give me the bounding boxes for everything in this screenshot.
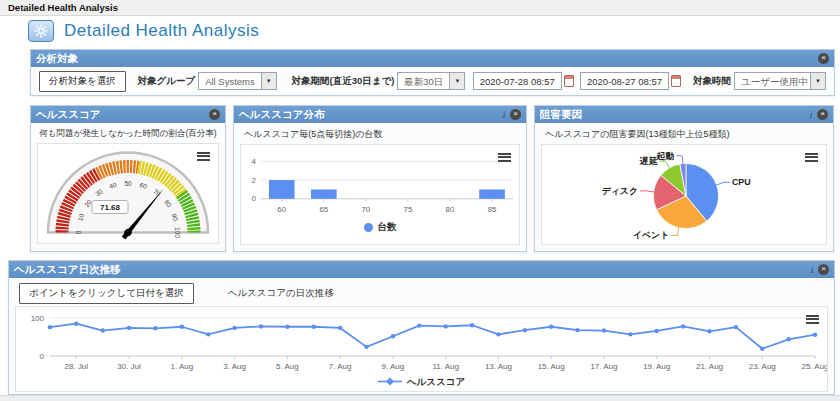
- daily-trend-line-chart[interactable]: 010028. Jul30. Jul1. Aug3. Aug5. Aug7. A…: [15, 306, 828, 392]
- svg-text:0: 0: [75, 230, 82, 234]
- legend-marker: [378, 377, 402, 388]
- svg-text:100: 100: [174, 227, 181, 238]
- close-icon[interactable]: ×: [510, 109, 521, 120]
- page-footer-strip: [0, 395, 840, 401]
- panel-title: ヘルススコア日次推移: [14, 263, 120, 277]
- date-from-input[interactable]: 2020-07-28 08:57: [473, 72, 562, 90]
- chevron-down-icon: ▼: [261, 73, 276, 89]
- charts-row: ヘルススコア × 何も問題が発生しなかった時間の割合(百分率) 01020304…: [30, 105, 835, 252]
- page-header: Detailed Health Analysis: [0, 16, 840, 45]
- select-date-point-button[interactable]: ポイントをクリックして日付を選択: [19, 283, 194, 304]
- chevron-down-icon: ▼: [810, 73, 825, 89]
- health-score-panel: ヘルススコア × 何も問題が発生しなかった時間の割合(百分率) 01020304…: [30, 105, 226, 252]
- health-score-panel-header: ヘルススコア ×: [31, 106, 225, 123]
- group-select[interactable]: All Systems ▼: [198, 72, 277, 90]
- close-icon[interactable]: ×: [209, 109, 220, 120]
- context-menu-icon[interactable]: [498, 151, 511, 163]
- panel-title: ヘルススコア分布: [239, 108, 324, 122]
- svg-text:起動: 起動: [656, 151, 675, 161]
- close-icon[interactable]: ×: [818, 264, 829, 275]
- svg-text:0: 0: [251, 194, 256, 203]
- svg-text:1. Aug: 1. Aug: [171, 362, 194, 371]
- select-target-button[interactable]: 分析対象を選択: [39, 71, 126, 92]
- time-select[interactable]: ユーザー使用中 ▼: [734, 72, 826, 90]
- svg-text:17. Aug: 17. Aug: [590, 362, 617, 371]
- svg-text:9. Aug: 9. Aug: [382, 362, 405, 371]
- svg-text:2: 2: [251, 176, 255, 185]
- svg-text:19. Aug: 19. Aug: [643, 362, 670, 371]
- legend-marker: [364, 223, 373, 232]
- svg-text:100: 100: [31, 314, 45, 323]
- calendar-icon[interactable]: [671, 75, 681, 87]
- svg-text:50: 50: [124, 180, 132, 187]
- svg-text:15. Aug: 15. Aug: [538, 362, 565, 371]
- bar-chart: 024606570758085: [241, 153, 519, 219]
- page-title: Detailed Health Analysis: [64, 21, 259, 41]
- calendar-icon[interactable]: [564, 75, 574, 87]
- pie-chart: CPUイベントディスク遅延起動: [542, 145, 826, 244]
- score-distribution-panel: ヘルススコア分布 i × ヘルススコア毎(5点毎切捨)の台数 024606570…: [233, 105, 527, 252]
- breadcrumb-bar: Detailed Health Analysis: [0, 0, 840, 16]
- health-score-gauge[interactable]: 010203040506070809010071.68: [37, 143, 219, 244]
- group-label: 対象グループ: [138, 75, 196, 88]
- svg-text:28. Jul: 28. Jul: [65, 362, 89, 371]
- impediment-factors-panel-header: 阻害要因 i ×: [535, 106, 833, 123]
- period-label: 対象期間(直近30日まで): [292, 75, 395, 88]
- info-icon[interactable]: i: [502, 110, 505, 120]
- context-menu-icon[interactable]: [806, 313, 819, 325]
- time-label: 対象時間: [693, 75, 731, 88]
- gauge-chart: 010203040506070809010071.68: [38, 144, 218, 241]
- svg-text:23. Aug: 23. Aug: [749, 362, 776, 371]
- close-icon[interactable]: ×: [817, 109, 828, 120]
- filter-controls: 分析対象を選択 対象グループ All Systems ▼ 対象期間(直近30日ま…: [31, 67, 834, 95]
- svg-text:イベント: イベント: [633, 230, 669, 240]
- factors-pie-chart[interactable]: CPUイベントディスク遅延起動: [541, 144, 827, 245]
- line-chart: 010028. Jul30. Jul1. Aug3. Aug5. Aug7. A…: [16, 309, 827, 375]
- pie-chart-subtitle: ヘルススコアの阻害要因(13種類中上位5種類): [535, 123, 833, 141]
- bar-chart-subtitle: ヘルススコア毎(5点毎切捨)の台数: [234, 123, 526, 141]
- context-menu-icon[interactable]: [805, 151, 818, 163]
- chevron-down-icon: ▼: [449, 73, 464, 89]
- panel-title: 阻害要因: [540, 108, 582, 122]
- distribution-bar-chart[interactable]: 024606570758085 台数: [240, 144, 520, 245]
- svg-text:65: 65: [319, 205, 328, 214]
- svg-text:21. Aug: 21. Aug: [696, 362, 723, 371]
- svg-text:ディスク: ディスク: [602, 186, 638, 196]
- analysis-target-panel-header: 分析対象 ×: [31, 50, 834, 67]
- svg-text:7. Aug: 7. Aug: [329, 362, 352, 371]
- svg-text:11. Aug: 11. Aug: [432, 362, 459, 371]
- daily-trend-panel-header: ヘルススコア日次推移 i ×: [9, 261, 834, 278]
- line-chart-legend[interactable]: ヘルススコア: [16, 375, 827, 389]
- svg-text:71.68: 71.68: [100, 203, 121, 212]
- date-to-input[interactable]: 2020-08-27 08:57: [580, 72, 669, 90]
- svg-text:85: 85: [488, 205, 497, 214]
- bar-chart-legend[interactable]: 台数: [241, 219, 519, 235]
- daily-trend-panel: ヘルススコア日次推移 i × ポイントをクリックして日付を選択 ヘルススコアの日…: [8, 260, 835, 395]
- svg-text:5. Aug: 5. Aug: [276, 362, 299, 371]
- info-icon[interactable]: i: [810, 265, 813, 275]
- line-chart-subtitle: ヘルススコアの日次推移: [228, 287, 334, 300]
- svg-text:30. Jul: 30. Jul: [117, 362, 141, 371]
- legend-label: 台数: [378, 221, 397, 234]
- context-menu-icon[interactable]: [197, 150, 210, 162]
- score-distribution-panel-header: ヘルススコア分布 i ×: [234, 106, 526, 123]
- legend-label: ヘルススコア: [407, 376, 465, 389]
- svg-text:0: 0: [40, 352, 45, 361]
- svg-text:13. Aug: 13. Aug: [485, 362, 512, 371]
- svg-text:75: 75: [404, 205, 413, 214]
- gear-icon[interactable]: [28, 20, 54, 42]
- period-select[interactable]: 最新30日 ▼: [397, 72, 465, 90]
- svg-text:70: 70: [361, 205, 370, 214]
- svg-text:3. Aug: 3. Aug: [223, 362, 246, 371]
- close-icon[interactable]: ×: [818, 53, 829, 64]
- analysis-target-panel: 分析対象 × 分析対象を選択 対象グループ All Systems ▼ 対象期間…: [30, 49, 835, 96]
- gauge-subtitle: 何も問題が発生しなかった時間の割合(百分率): [31, 123, 225, 140]
- svg-text:遅延: 遅延: [639, 156, 658, 166]
- gear-glyph: [34, 24, 48, 38]
- svg-text:80: 80: [446, 205, 455, 214]
- info-icon[interactable]: i: [809, 110, 812, 120]
- panel-title: 分析対象: [36, 52, 78, 66]
- svg-text:4: 4: [251, 157, 256, 166]
- svg-text:25. Aug: 25. Aug: [801, 362, 827, 371]
- breadcrumb: Detailed Health Analysis: [8, 2, 118, 13]
